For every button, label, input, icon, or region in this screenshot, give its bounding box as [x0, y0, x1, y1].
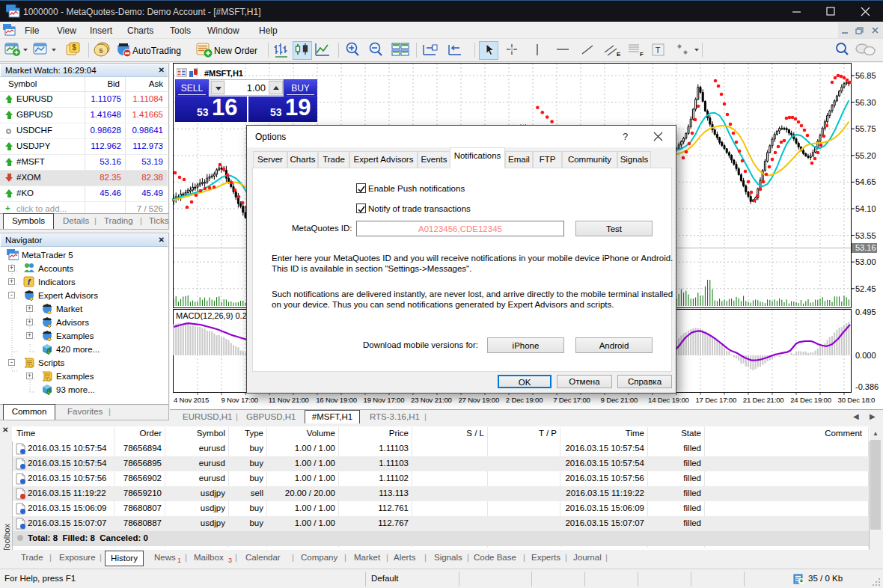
svg-text:52.45: 52.45 [855, 284, 876, 293]
svg-text:17 Dec 17:00: 17 Dec 17:00 [695, 396, 736, 404]
svg-text:54.10: 54.10 [855, 204, 876, 213]
svg-text:4 Nov 2015: 4 Nov 2015 [174, 396, 209, 404]
svg-text:F: F [640, 51, 644, 58]
svg-text:53.55: 53.55 [855, 231, 876, 240]
svg-text:MACD(12,26,9) 0.294: MACD(12,26,9) 0.294 [176, 311, 256, 320]
svg-text:5: 5 [99, 47, 103, 55]
svg-text:0.000: 0.000 [855, 351, 876, 360]
svg-text:0.495: 0.495 [855, 307, 876, 316]
svg-text:55.20: 55.20 [855, 151, 876, 160]
svg-text:7 Dec 17:00: 7 Dec 17:00 [553, 396, 590, 404]
svg-text:56.30: 56.30 [855, 98, 876, 107]
svg-text:-0.386: -0.386 [855, 382, 879, 391]
svg-text:$: $ [72, 43, 76, 52]
svg-text:23 Nov 21:00: 23 Nov 21:00 [411, 396, 452, 404]
svg-text:56.85: 56.85 [855, 71, 876, 80]
svg-text:14 Dec 19:00: 14 Dec 19:00 [648, 396, 689, 404]
svg-text:21 Dec 21:00: 21 Dec 21:00 [743, 396, 784, 404]
svg-text:53.16: 53.16 [855, 243, 876, 252]
svg-text:53.00: 53.00 [855, 257, 876, 266]
svg-text:E: E [617, 51, 621, 58]
svg-text:16 Nov 19:00: 16 Nov 19:00 [316, 396, 357, 404]
svg-text:54.65: 54.65 [855, 177, 876, 186]
svg-text:2 Dec 19:00: 2 Dec 19:00 [506, 396, 543, 404]
svg-text:9 Dec 21:00: 9 Dec 21:00 [601, 396, 638, 404]
svg-text:30 Dec 18:0: 30 Dec 18:0 [838, 396, 876, 404]
svg-text:24 Dec 19:00: 24 Dec 19:00 [790, 396, 831, 404]
svg-text:55.75: 55.75 [855, 124, 876, 133]
svg-text:11 Nov 21:00: 11 Nov 21:00 [269, 396, 309, 404]
svg-text:9 Nov 17:00: 9 Nov 17:00 [221, 396, 258, 404]
svg-text:T: T [656, 46, 661, 55]
svg-text:27 Nov 19:00: 27 Nov 19:00 [458, 396, 499, 404]
svg-text:19 Nov 17:00: 19 Nov 17:00 [364, 396, 405, 404]
